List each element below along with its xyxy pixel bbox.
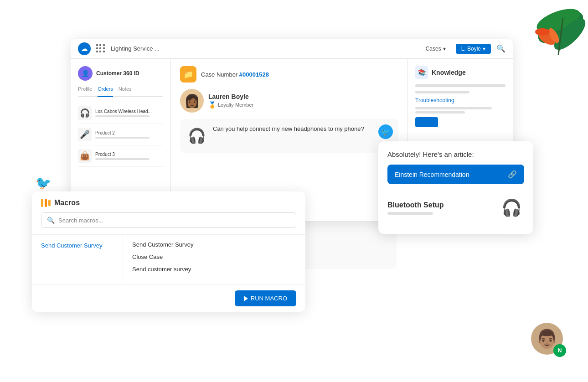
macro-item-1[interactable]: Send Customer Survey: [132, 241, 296, 248]
bluetooth-card: Bluetooth Setup 🎧: [387, 191, 524, 225]
customer-title: Customer 360 ID: [96, 70, 139, 77]
tab-profile[interactable]: Profile: [78, 86, 92, 93]
macros-header: Macros: [32, 191, 305, 212]
macros-search-bar[interactable]: 🔍 Search macros...: [41, 212, 296, 228]
agent-badge: 🏅 Loyalty Member: [208, 101, 253, 108]
loyalty-icon: 🏅: [208, 101, 216, 108]
einstein-recommendation-button[interactable]: Einstein Recommendation 🔗: [387, 165, 524, 184]
tab-orders[interactable]: Orders: [98, 86, 113, 97]
macro-item-3[interactable]: Send customer survey: [132, 266, 296, 273]
agent-profile: 👩🏾 Lauren Boyle 🏅 Loyalty Member: [180, 89, 398, 113]
knowledge-bar-2: [415, 91, 469, 93]
product-bar: [95, 115, 150, 117]
product-name-2: Product 2: [95, 130, 163, 135]
ai-response-text: Absolutely! Here's an article:: [387, 150, 524, 158]
customer-tabs: Profile Orders Notes: [78, 86, 163, 97]
headphone-icon: 🎧: [186, 124, 208, 147]
svg-point-5: [535, 28, 550, 36]
link-icon: 🔗: [508, 170, 517, 179]
nav-cases-tab[interactable]: Cases ▾: [421, 44, 450, 54]
macros-title: Macros: [54, 199, 80, 207]
product-bar-3: [95, 158, 150, 160]
nav-search-icon[interactable]: 🔍: [496, 44, 505, 53]
list-item[interactable]: 🎧 Los Cabos Wireless Head...: [78, 103, 163, 124]
macros-chevron-icon: [41, 199, 51, 207]
macros-right-panel: Send Customer Survey Close Case Send cus…: [123, 235, 305, 284]
case-number: #00001528: [239, 71, 269, 78]
product-name-3: Product 3: [95, 152, 163, 157]
agent-avatar: 👩🏾: [180, 89, 204, 113]
macros-panel: Macros 🔍 Search macros... Send Customer …: [32, 191, 305, 312]
twitter-icon: 🐦: [378, 124, 393, 139]
product-bar-2: [95, 137, 150, 139]
chat-message: 🎧 Can you help connect my new headphones…: [180, 119, 398, 153]
nav-grid-icon[interactable]: [96, 44, 105, 53]
product-image-3: 👜: [78, 149, 92, 163]
knowledge-bar-1: [415, 84, 505, 87]
nav-user-tab[interactable]: L. Boyle ▾: [456, 44, 491, 54]
run-macro-label: RUN MACRO: [251, 295, 287, 302]
search-input[interactable]: Search macros...: [58, 217, 290, 224]
product-name: Los Cabos Wireless Head...: [95, 109, 163, 114]
nav-app-name: Lighting Service ...: [111, 45, 416, 52]
list-item[interactable]: 👜 Product 3: [78, 145, 163, 167]
knowledge-header: 📚 Knowledge: [415, 66, 505, 79]
agent-details: Lauren Boyle 🏅 Loyalty Member: [208, 93, 253, 108]
macros-footer: RUN MACRO: [32, 284, 305, 312]
macros-left-panel: Send Customer Survey: [32, 235, 123, 284]
blue-rect: [415, 117, 438, 127]
macro-item-2[interactable]: Close Case: [132, 253, 296, 260]
product-info-3: Product 3: [95, 152, 163, 160]
macros-two-col: Send Customer Survey Send Customer Surve…: [32, 234, 305, 284]
macro-active-link[interactable]: Send Customer Survey: [41, 242, 102, 249]
customer-avatar-icon: 👤: [78, 66, 93, 81]
knowledge-icon: 📚: [415, 66, 428, 79]
customer-header: 👤 Customer 360 ID: [78, 66, 163, 81]
chat-text: Can you help connect my new headphones t…: [213, 124, 364, 134]
bird-decoration: 🐦: [36, 176, 52, 191]
knowledge-card: Absolutely! Here's an article: Einstein …: [378, 141, 533, 234]
product-info-2: Product 2: [95, 130, 163, 139]
case-number-label: Case Number #00001528: [201, 71, 269, 78]
bluetooth-info: Bluetooth Setup: [387, 201, 444, 215]
case-icon: 📁: [180, 66, 196, 83]
bluetooth-title: Bluetooth Setup: [387, 201, 444, 209]
run-macro-button[interactable]: RUN MACRO: [235, 290, 296, 306]
list-item[interactable]: 🎤 Product 2: [78, 124, 163, 145]
crm-navbar: ☁ Lighting Service ... Cases ▾ L. Boyle …: [71, 39, 513, 59]
product-image: 🎧: [78, 106, 92, 120]
case-header: 📁 Case Number #00001528: [180, 66, 398, 83]
tab-notes[interactable]: Notes: [119, 86, 132, 93]
bluetooth-headphone-icon: 🎧: [499, 195, 524, 220]
product-image-2: 🎤: [78, 128, 92, 141]
agent-name: Lauren Boyle: [208, 93, 253, 100]
search-icon: 🔍: [47, 217, 55, 224]
play-icon: [244, 296, 248, 301]
einstein-label: Einstein Recommendation: [395, 171, 469, 178]
knowledge-title: Knowledge: [432, 69, 466, 76]
salesforce-logo: ☁: [78, 42, 91, 55]
bluetooth-subtitle: [387, 212, 433, 215]
troubleshoot-bars: [415, 107, 505, 114]
product-info: Los Cabos Wireless Head...: [95, 109, 163, 117]
troubleshoot-link[interactable]: Troubleshooting: [415, 97, 505, 103]
avatar-badge: N: [553, 344, 566, 357]
